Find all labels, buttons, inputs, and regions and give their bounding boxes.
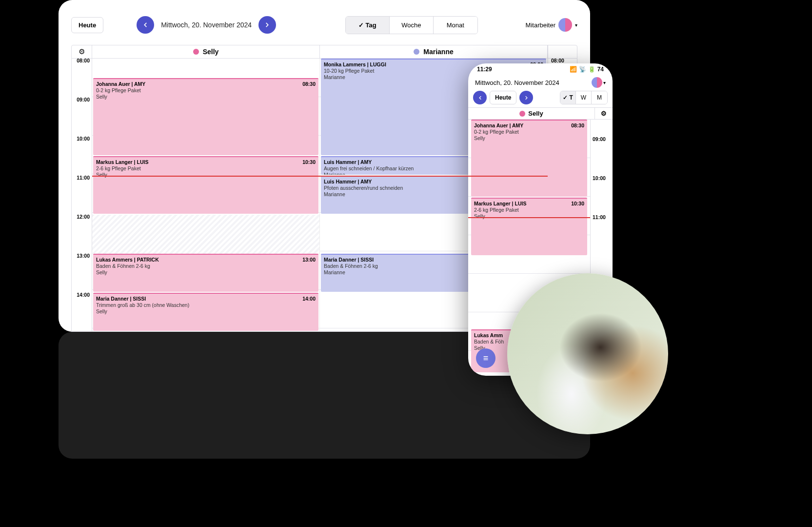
dot-icon bbox=[414, 49, 419, 55]
chevron-right-icon bbox=[524, 95, 529, 101]
dot-icon bbox=[519, 111, 525, 117]
column-head-label: Selly bbox=[203, 48, 219, 56]
chevron-down-icon: ▾ bbox=[575, 22, 577, 28]
status-time: 11:29 bbox=[477, 66, 492, 73]
seg-day[interactable]: T bbox=[560, 91, 576, 104]
tablet-toolbar: Heute Mittwoch, 20. November 2024 Tag Wo… bbox=[71, 13, 577, 37]
time-label: 09:00 bbox=[593, 136, 611, 142]
appointment[interactable]: Lukas Ammers | PATRICK13:00Baden & Föhne… bbox=[93, 254, 318, 292]
column-head-selly[interactable]: Selly bbox=[92, 45, 320, 58]
appointment[interactable]: Markus Langer | LUIS10:302-6 kg Pflege P… bbox=[471, 198, 587, 255]
time-label: 11:00 bbox=[593, 214, 611, 220]
time-label: 08:00 bbox=[77, 59, 90, 63]
prev-day-button[interactable] bbox=[137, 16, 154, 34]
phone-column-head-selly[interactable]: Selly bbox=[468, 108, 595, 119]
chevron-down-icon: ▾ bbox=[603, 80, 606, 85]
seg-month[interactable]: M bbox=[592, 91, 607, 104]
prev-day-button[interactable] bbox=[473, 91, 487, 104]
time-label: 11:00 bbox=[77, 175, 90, 181]
seg-week[interactable]: Woche bbox=[390, 17, 434, 34]
current-date-text: Mittwoch, 20. November 2024 bbox=[161, 21, 252, 29]
staff-avatar-icon bbox=[558, 18, 572, 32]
column-head-label: Marianne bbox=[423, 48, 453, 56]
appointment[interactable]: Maria Danner | SISSI14:00Trimmen groß ab… bbox=[93, 293, 318, 331]
phone-column-header: Selly ⚙ bbox=[468, 107, 613, 120]
phone-view-range-segment: T W M bbox=[560, 91, 608, 104]
phone-date-text: Mittwoch, 20. November 2024 bbox=[475, 79, 559, 86]
time-label: 12:00 bbox=[77, 214, 90, 220]
chevron-right-icon bbox=[264, 21, 271, 28]
phone-status-bar: 11:29 📶 📡 🔋 74 bbox=[468, 63, 613, 75]
staff-picker-label: Mitarbeiter bbox=[526, 21, 555, 29]
staff-avatar-icon[interactable] bbox=[592, 77, 602, 88]
appointment[interactable]: Johanna Auer | AMY08:300-2 kg Pflege Pak… bbox=[471, 120, 587, 197]
current-time-indicator bbox=[92, 176, 548, 177]
view-range-segment: Tag Woche Monat bbox=[345, 16, 478, 34]
battery-level: 74 bbox=[597, 66, 604, 73]
time-label: 14:00 bbox=[77, 292, 90, 298]
phone-nav-row: Heute T W M bbox=[468, 91, 613, 107]
battery-icon: 🔋 bbox=[588, 66, 595, 73]
time-label: 09:00 bbox=[77, 97, 90, 102]
chevron-left-icon bbox=[477, 95, 483, 101]
settings-icon[interactable]: ⚙ bbox=[595, 108, 613, 119]
hamburger-icon: ≡ bbox=[483, 353, 489, 364]
time-label: 08:00 bbox=[551, 59, 575, 63]
settings-icon[interactable]: ⚙ bbox=[72, 47, 92, 56]
menu-fab-button[interactable]: ≡ bbox=[476, 348, 495, 368]
seg-day[interactable]: Tag bbox=[346, 17, 390, 34]
wifi-icon: 📡 bbox=[579, 66, 586, 73]
time-gutter-left: 08:0009:0010:0011:0012:0013:0014:00 bbox=[72, 59, 92, 331]
today-button[interactable]: Heute bbox=[490, 91, 516, 104]
phone-date-row: Mittwoch, 20. November 2024 ▾ bbox=[468, 75, 613, 91]
signal-icon: 📶 bbox=[570, 66, 577, 73]
today-button[interactable]: Heute bbox=[71, 17, 103, 33]
time-label: 10:00 bbox=[593, 175, 611, 181]
decorative-photo bbox=[507, 273, 668, 434]
column-head-label: Selly bbox=[528, 110, 543, 117]
time-label: 13:00 bbox=[77, 253, 90, 259]
current-time-indicator bbox=[468, 217, 590, 218]
column-head-marianne[interactable]: Marianne bbox=[320, 45, 548, 58]
next-day-button[interactable] bbox=[258, 16, 276, 34]
staff-picker[interactable]: Mitarbeiter ▾ bbox=[526, 18, 577, 32]
next-day-button[interactable] bbox=[519, 91, 533, 104]
chevron-left-icon bbox=[142, 21, 149, 28]
calendar-columns-header: ⚙ Selly Marianne bbox=[71, 45, 577, 59]
calendar-column[interactable]: Johanna Auer | AMY08:300-2 kg Pflege Pak… bbox=[92, 59, 320, 331]
appointment[interactable]: Markus Langer | LUIS10:302-6 kg Pflege P… bbox=[93, 156, 318, 214]
dot-icon bbox=[193, 49, 199, 55]
seg-month[interactable]: Monat bbox=[434, 17, 477, 34]
appointment[interactable]: Johanna Auer | AMY08:300-2 kg Pflege Pak… bbox=[93, 78, 318, 155]
seg-week[interactable]: W bbox=[576, 91, 592, 104]
time-label: 10:00 bbox=[77, 136, 90, 142]
